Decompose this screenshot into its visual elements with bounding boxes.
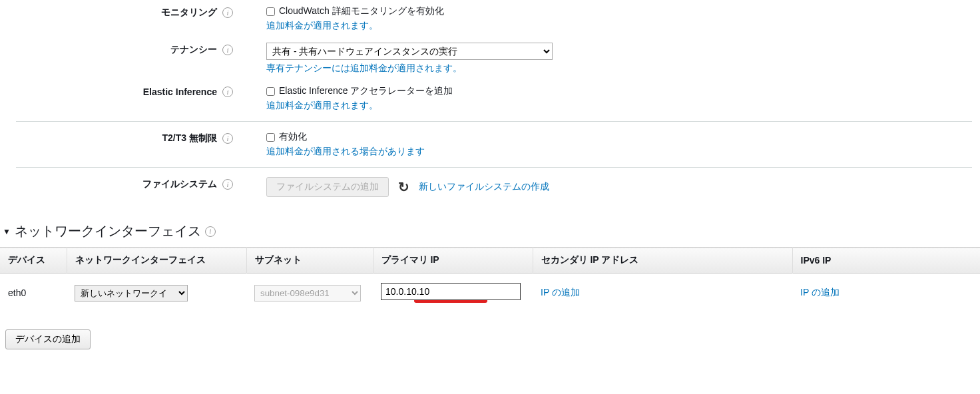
tenancy-select[interactable]: 共有 - 共有ハードウェアインスタンスの実行 — [266, 43, 553, 60]
info-icon[interactable]: i — [222, 45, 233, 55]
create-filesystem-link[interactable]: 新しいファイルシステムの作成 — [419, 181, 549, 193]
th-primary-ip: プライマリ IP — [373, 248, 533, 274]
divider — [16, 121, 972, 122]
monitoring-checkbox-label: CloudWatch 詳細モニタリングを有効化 — [279, 5, 444, 17]
elastic-inference-value-cell: Elastic Inference アクセラレーターを追加 追加料金が適用されま… — [240, 85, 453, 112]
cell-secondary-ip: IP の追加 — [533, 274, 792, 313]
info-icon[interactable]: i — [222, 133, 233, 144]
filesystem-label: ファイルシステム — [142, 178, 217, 190]
ni-select[interactable]: 新しいネットワークイ — [75, 285, 188, 301]
tenancy-label: テナンシー — [170, 44, 217, 56]
add-device-button[interactable]: デバイスの追加 — [5, 329, 91, 349]
monitoring-row: モニタリング i CloudWatch 詳細モニタリングを有効化 追加料金が適用… — [0, 0, 980, 37]
elastic-inference-row: Elastic Inference i Elastic Inference アク… — [0, 80, 980, 117]
filesystem-actions: ファイルシステムの追加 ↻ 新しいファイルシステムの作成 — [266, 177, 549, 197]
th-device: デバイス — [0, 248, 67, 274]
caret-down-icon: ▼ — [3, 227, 11, 236]
cell-device: eth0 — [0, 274, 67, 313]
refresh-icon[interactable]: ↻ — [398, 179, 409, 195]
info-icon[interactable]: i — [222, 7, 233, 18]
th-secondary-ip: セカンダリ IP アドレス — [533, 248, 792, 274]
cell-subnet: subnet-098e9d31 — [246, 274, 373, 313]
cell-ipv6: IP の追加 — [792, 274, 980, 313]
network-interface-table: デバイス ネットワークインターフェイス サブネット プライマリ IP セカンダリ… — [0, 247, 980, 312]
network-interface-title: ネットワークインターフェイス — [15, 222, 201, 240]
table-header-row: デバイス ネットワークインターフェイス サブネット プライマリ IP セカンダリ… — [0, 248, 980, 274]
info-icon[interactable]: i — [222, 179, 233, 190]
t2t3-label-cell: T2/T3 無制限 i — [0, 131, 240, 144]
th-subnet: サブネット — [246, 248, 373, 274]
add-secondary-ip-link[interactable]: IP の追加 — [541, 287, 580, 297]
monitoring-checkbox-line[interactable]: CloudWatch 詳細モニタリングを有効化 — [266, 5, 444, 17]
monitoring-note-link[interactable]: 追加料金が適用されます。 — [266, 20, 444, 32]
monitoring-value-cell: CloudWatch 詳細モニタリングを有効化 追加料金が適用されます。 — [240, 5, 444, 32]
divider — [16, 167, 972, 168]
tenancy-note-link[interactable]: 専有テナンシーには追加料金が適用されます。 — [266, 63, 553, 75]
filesystem-row: ファイルシステム i ファイルシステムの追加 ↻ 新しいファイルシステムの作成 — [0, 172, 980, 202]
t2t3-checkbox-line[interactable]: 有効化 — [266, 131, 425, 143]
cell-primary-ip — [373, 274, 533, 313]
monitoring-label-cell: モニタリング i — [0, 5, 240, 19]
monitoring-checkbox[interactable] — [266, 7, 275, 16]
filesystem-value-cell: ファイルシステムの追加 ↻ 新しいファイルシステムの作成 — [240, 177, 549, 197]
add-filesystem-button: ファイルシステムの追加 — [266, 177, 389, 197]
t2t3-label: T2/T3 無制限 — [162, 132, 217, 144]
th-ni: ネットワークインターフェイス — [67, 248, 246, 274]
tenancy-row: テナンシー i 共有 - 共有ハードウェアインスタンスの実行 専有テナンシーには… — [0, 37, 980, 80]
t2t3-row: T2/T3 無制限 i 有効化 追加料金が適用される場合があります — [0, 126, 980, 163]
info-icon[interactable]: i — [205, 226, 216, 237]
t2t3-checkbox-label: 有効化 — [279, 131, 307, 143]
t2t3-checkbox[interactable] — [266, 133, 275, 142]
table-row: eth0 新しいネットワークイ subnet-098e9d31 IP の追加 I… — [0, 274, 980, 313]
th-ipv6: IPv6 IP — [792, 248, 980, 274]
info-icon[interactable]: i — [222, 87, 233, 97]
elastic-inference-label: Elastic Inference — [143, 87, 217, 97]
elastic-inference-checkbox[interactable] — [266, 87, 275, 96]
monitoring-label: モニタリング — [161, 7, 217, 19]
tenancy-value-cell: 共有 - 共有ハードウェアインスタンスの実行 専有テナンシーには追加料金が適用さ… — [240, 43, 553, 75]
elastic-inference-note-link[interactable]: 追加料金が適用されます。 — [266, 100, 453, 112]
elastic-inference-checkbox-label: Elastic Inference アクセラレーターを追加 — [279, 85, 453, 97]
elastic-inference-label-cell: Elastic Inference i — [0, 85, 240, 97]
elastic-inference-checkbox-line[interactable]: Elastic Inference アクセラレーターを追加 — [266, 85, 453, 97]
primary-ip-input[interactable] — [381, 283, 521, 300]
t2t3-value-cell: 有効化 追加料金が適用される場合があります — [240, 131, 425, 158]
add-ipv6-link[interactable]: IP の追加 — [800, 287, 840, 297]
filesystem-label-cell: ファイルシステム i — [0, 177, 240, 190]
subnet-select: subnet-098e9d31 — [254, 285, 361, 301]
cell-ni: 新しいネットワークイ — [67, 274, 246, 313]
network-interface-section-header[interactable]: ▼ ネットワークインターフェイス i — [0, 202, 980, 247]
t2t3-note-link[interactable]: 追加料金が適用される場合があります — [266, 146, 425, 158]
tenancy-label-cell: テナンシー i — [0, 43, 240, 56]
